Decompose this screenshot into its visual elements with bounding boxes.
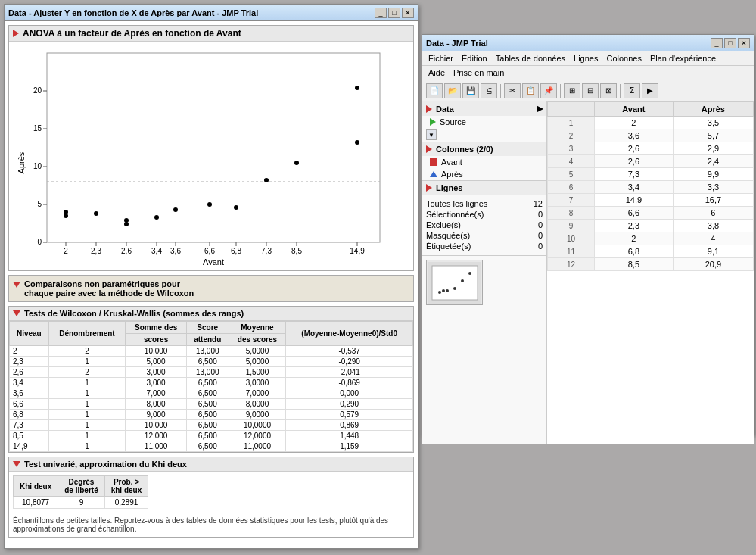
grid-cell-apres[interactable]: 9,9 xyxy=(673,168,753,181)
toolbar-btn-3[interactable]: 💾 xyxy=(462,83,479,98)
grid-cell-avant[interactable]: 3,4 xyxy=(594,181,673,194)
tests-toggle-icon[interactable] xyxy=(13,310,20,316)
cell-denombrement: 1 xyxy=(48,399,126,410)
grid-avant-header[interactable]: Avant xyxy=(594,102,673,117)
univarie-header[interactable]: Test univarié, approximation du Khi deux xyxy=(9,457,413,472)
grid-cell-avant[interactable]: 14,9 xyxy=(594,194,673,207)
cell-denombrement: 1 xyxy=(48,378,126,388)
grid-cell-avant[interactable]: 7,3 xyxy=(594,168,673,181)
left-window-controls[interactable]: _ □ ✕ xyxy=(375,8,414,18)
toolbar-btn-7[interactable]: 📌 xyxy=(540,83,557,98)
xtick-2: 2 xyxy=(64,247,68,255)
grid-row-num: 9 xyxy=(548,220,595,232)
grid-cell-apres[interactable]: 5,7 xyxy=(673,129,753,142)
thumbnail-chart xyxy=(428,262,481,304)
toolbar-btn-8[interactable]: ⊞ xyxy=(564,83,580,98)
univarie-section: Test univarié, approximation du Khi deux… xyxy=(8,457,414,538)
data-arrow[interactable]: ▶ xyxy=(537,104,543,114)
columns-section-header[interactable]: Colonnes (2/0) xyxy=(422,142,546,156)
table-row: 6,6 1 8,000 6,500 8,0000 0,290 xyxy=(10,399,413,410)
grid-cell-apres[interactable]: 2,4 xyxy=(673,155,753,168)
chart-container: Après 0 5 10 15 20 xyxy=(9,42,413,270)
avant-column-item[interactable]: Avant xyxy=(422,156,546,168)
toolbar-btn-1[interactable]: 📄 xyxy=(426,83,443,98)
right-window-controls[interactable]: _ □ ✕ xyxy=(711,38,750,48)
menu-prise[interactable]: Prise en main xyxy=(451,67,506,78)
grid-cell-apres[interactable]: 6 xyxy=(673,207,753,220)
menu-plan[interactable]: Plan d'expérience xyxy=(648,53,718,64)
grid-cell-apres[interactable]: 20,9 xyxy=(673,258,753,271)
right-minimize-button[interactable]: _ xyxy=(711,38,723,48)
menu-tables[interactable]: Tables de données xyxy=(493,53,568,64)
cell-denombrement: 1 xyxy=(48,357,126,367)
toolbar-btn-2[interactable]: 📂 xyxy=(444,83,461,98)
tests-header[interactable]: Tests de Wilcoxon / Kruskal-Wallis (somm… xyxy=(9,307,413,321)
khi-col1: Khi deux xyxy=(14,476,58,497)
data-grid-area: Avant Après 1 2 3,5 2 3,6 5,7 3 2,6 2,9 … xyxy=(547,101,754,444)
menu-colonnes[interactable]: Colonnes xyxy=(604,53,643,64)
grid-cell-avant[interactable]: 8,5 xyxy=(594,258,673,271)
close-button[interactable]: ✕ xyxy=(402,8,414,18)
grid-cell-apres[interactable]: 2,9 xyxy=(673,142,753,155)
col-attendu: attendu xyxy=(186,334,229,346)
toolbar-btn-10[interactable]: ⊠ xyxy=(600,83,617,98)
apres-column-item[interactable]: Après xyxy=(422,168,546,180)
grid-cell-apres[interactable]: 3,5 xyxy=(673,117,753,129)
toolbar-btn-6[interactable]: 📋 xyxy=(522,83,539,98)
grid-cell-avant[interactable]: 3,6 xyxy=(594,129,673,142)
minimize-button[interactable]: _ xyxy=(375,8,387,18)
anova-toggle-icon[interactable] xyxy=(13,30,19,37)
cell-moyenne: 12,0000 xyxy=(229,431,286,441)
anova-header[interactable]: ANOVA à un facteur de Après en fonction … xyxy=(9,26,413,42)
menu-lignes[interactable]: Lignes xyxy=(571,53,600,64)
cell-denombrement: 1 xyxy=(48,420,126,431)
grid-cell-avant[interactable]: 2,3 xyxy=(594,220,673,232)
right-close-button[interactable]: ✕ xyxy=(738,38,750,48)
lignes-row-value: 12 xyxy=(534,199,543,208)
grid-cell-avant[interactable]: 6,8 xyxy=(594,245,673,258)
toolbar-btn-11[interactable]: Σ xyxy=(624,83,640,98)
grid-cell-apres[interactable]: 16,7 xyxy=(673,194,753,207)
toolbar-btn-5[interactable]: ✂ xyxy=(504,83,521,98)
grid-cell-apres[interactable]: 3,8 xyxy=(673,220,753,232)
toolbar-btn-9[interactable]: ⊟ xyxy=(582,83,599,98)
grid-cell-avant[interactable]: 2 xyxy=(594,117,673,129)
grid-cell-avant[interactable]: 2 xyxy=(594,232,673,245)
lignes-toggle-icon[interactable] xyxy=(426,184,432,192)
univarie-title: Test univarié, approximation du Khi deux xyxy=(24,460,187,469)
cell-z: 1,159 xyxy=(286,441,413,452)
data-section-header[interactable]: Data ▶ xyxy=(422,101,546,116)
avant-type-icon xyxy=(430,158,437,166)
toolbar-btn-12[interactable]: ▶ xyxy=(642,83,658,98)
table-row: 2,6 2 3,000 13,000 1,5000 -2,041 xyxy=(10,367,413,378)
maximize-button[interactable]: □ xyxy=(388,8,400,18)
grid-cell-apres[interactable]: 9,1 xyxy=(673,245,753,258)
lignes-row-value: 0 xyxy=(538,231,543,240)
grid-cell-avant[interactable]: 2,6 xyxy=(594,142,673,155)
menu-edition[interactable]: Édition xyxy=(459,53,490,64)
grid-cell-avant[interactable]: 2,6 xyxy=(594,155,673,168)
menu-aide[interactable]: Aide xyxy=(426,67,447,78)
cell-niveau: 7,3 xyxy=(10,420,49,431)
right-maximize-button[interactable]: □ xyxy=(724,38,736,48)
cell-attendu: 6,500 xyxy=(186,420,229,431)
grid-apres-header[interactable]: Après xyxy=(673,102,753,117)
grid-cell-apres[interactable]: 3,3 xyxy=(673,181,753,194)
grid-cell-apres[interactable]: 4 xyxy=(673,232,753,245)
toolbar-btn-4[interactable]: 🖨 xyxy=(481,83,497,98)
data-dropdown-btn[interactable]: ▼ xyxy=(426,129,437,140)
cell-z: -0,869 xyxy=(286,378,413,388)
cell-somme: 7,000 xyxy=(126,388,186,399)
columns-toggle-icon[interactable] xyxy=(426,145,432,153)
xtick-149: 14,9 xyxy=(350,247,365,255)
lignes-section-header[interactable]: Lignes xyxy=(422,181,546,195)
grid-row-num: 11 xyxy=(548,245,595,258)
data-toggle-icon[interactable] xyxy=(426,105,432,113)
source-item[interactable]: Source xyxy=(422,116,546,128)
grid-cell-avant[interactable]: 6,6 xyxy=(594,207,673,220)
univarie-toggle-icon[interactable] xyxy=(13,461,20,467)
grid-data-row: 12 8,5 20,9 xyxy=(548,258,754,271)
menu-fichier[interactable]: Fichier xyxy=(426,53,456,64)
grid-row-num: 8 xyxy=(548,207,595,220)
comparaisons-icon[interactable] xyxy=(13,282,20,288)
